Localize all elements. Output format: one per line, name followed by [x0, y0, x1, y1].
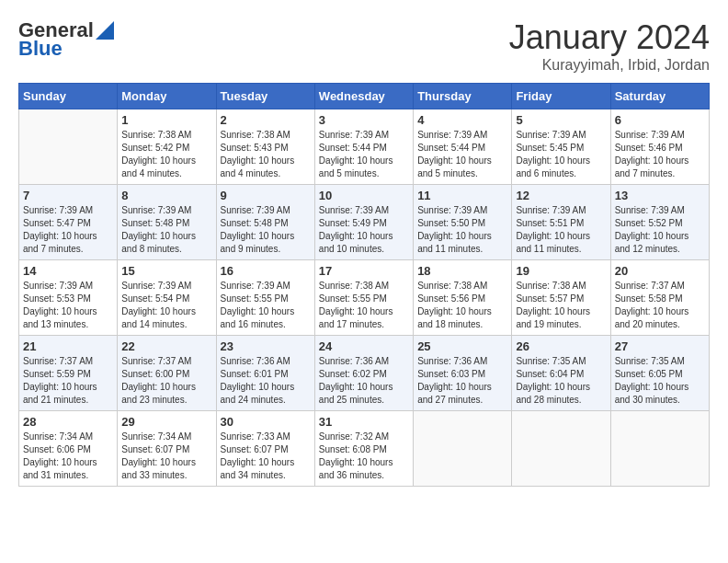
title-block: January 2024 Kurayyimah, Irbid, Jordan: [509, 18, 710, 74]
cell-date-number: 25: [417, 339, 507, 353]
cell-sun-info: Sunrise: 7:38 AM Sunset: 5:42 PM Dayligh…: [121, 129, 211, 180]
calendar-cell: 7Sunrise: 7:39 AM Sunset: 5:47 PM Daylig…: [19, 185, 118, 260]
weekday-header-thursday: Thursday: [414, 84, 512, 109]
weekday-header-row: SundayMondayTuesdayWednesdayThursdayFrid…: [19, 84, 710, 109]
calendar-cell: 13Sunrise: 7:39 AM Sunset: 5:52 PM Dayli…: [610, 185, 709, 260]
calendar-cell: 8Sunrise: 7:39 AM Sunset: 5:48 PM Daylig…: [118, 185, 216, 260]
calendar-cell: 3Sunrise: 7:39 AM Sunset: 5:44 PM Daylig…: [314, 109, 413, 185]
cell-sun-info: Sunrise: 7:35 AM Sunset: 6:05 PM Dayligh…: [615, 355, 705, 407]
cell-date-number: 19: [516, 264, 606, 278]
weekday-header-monday: Monday: [118, 84, 216, 109]
cell-date-number: 9: [221, 189, 311, 202]
cell-sun-info: Sunrise: 7:38 AM Sunset: 5:43 PM Dayligh…: [221, 129, 311, 180]
cell-date-number: 22: [121, 339, 211, 353]
calendar-cell: 28Sunrise: 7:34 AM Sunset: 6:06 PM Dayli…: [19, 411, 118, 487]
cell-sun-info: Sunrise: 7:35 AM Sunset: 6:04 PM Dayligh…: [516, 355, 606, 407]
svg-marker-0: [96, 21, 114, 40]
cell-sun-info: Sunrise: 7:33 AM Sunset: 6:07 PM Dayligh…: [221, 431, 311, 482]
cell-date-number: 16: [221, 264, 311, 278]
calendar-cell: 21Sunrise: 7:37 AM Sunset: 5:59 PM Dayli…: [19, 336, 118, 411]
cell-date-number: 14: [23, 264, 113, 278]
calendar-cell: 14Sunrise: 7:39 AM Sunset: 5:53 PM Dayli…: [19, 260, 118, 336]
cell-date-number: 11: [417, 189, 507, 202]
calendar-week-row: 7Sunrise: 7:39 AM Sunset: 5:47 PM Daylig…: [19, 185, 710, 260]
cell-date-number: 7: [23, 189, 113, 202]
cell-date-number: 15: [121, 264, 211, 278]
calendar-location: Kurayyimah, Irbid, Jordan: [509, 57, 710, 74]
calendar-cell: 2Sunrise: 7:38 AM Sunset: 5:43 PM Daylig…: [216, 109, 314, 185]
calendar-cell: 19Sunrise: 7:38 AM Sunset: 5:57 PM Dayli…: [512, 260, 610, 336]
cell-sun-info: Sunrise: 7:39 AM Sunset: 5:48 PM Dayligh…: [121, 204, 211, 256]
cell-sun-info: Sunrise: 7:37 AM Sunset: 5:59 PM Dayligh…: [23, 355, 113, 407]
cell-date-number: 10: [319, 189, 409, 202]
cell-sun-info: Sunrise: 7:39 AM Sunset: 5:48 PM Dayligh…: [221, 204, 311, 256]
cell-date-number: 30: [221, 415, 311, 429]
cell-date-number: 31: [319, 415, 409, 429]
calendar-cell: [19, 109, 118, 185]
cell-date-number: 2: [221, 113, 311, 127]
calendar-cell: 12Sunrise: 7:39 AM Sunset: 5:51 PM Dayli…: [512, 185, 610, 260]
calendar-cell: 11Sunrise: 7:39 AM Sunset: 5:50 PM Dayli…: [414, 185, 512, 260]
cell-date-number: 27: [615, 339, 705, 353]
cell-sun-info: Sunrise: 7:34 AM Sunset: 6:07 PM Dayligh…: [121, 431, 211, 482]
cell-sun-info: Sunrise: 7:39 AM Sunset: 5:47 PM Dayligh…: [23, 204, 113, 256]
cell-date-number: 23: [221, 339, 311, 353]
calendar-cell: 4Sunrise: 7:39 AM Sunset: 5:44 PM Daylig…: [414, 109, 512, 185]
calendar-cell: 17Sunrise: 7:38 AM Sunset: 5:55 PM Dayli…: [314, 260, 413, 336]
calendar-cell: 24Sunrise: 7:36 AM Sunset: 6:02 PM Dayli…: [314, 336, 413, 411]
calendar-title: January 2024: [509, 18, 710, 57]
calendar-cell: 30Sunrise: 7:33 AM Sunset: 6:07 PM Dayli…: [216, 411, 314, 487]
cell-date-number: 6: [615, 113, 705, 127]
logo: General Blue: [18, 18, 116, 61]
cell-sun-info: Sunrise: 7:36 AM Sunset: 6:03 PM Dayligh…: [417, 355, 507, 407]
logo-blue-text: Blue: [18, 37, 63, 61]
cell-date-number: 24: [319, 339, 409, 353]
calendar-cell: 15Sunrise: 7:39 AM Sunset: 5:54 PM Dayli…: [118, 260, 216, 336]
weekday-header-saturday: Saturday: [610, 84, 709, 109]
calendar-cell: 1Sunrise: 7:38 AM Sunset: 5:42 PM Daylig…: [118, 109, 216, 185]
calendar-week-row: 14Sunrise: 7:39 AM Sunset: 5:53 PM Dayli…: [19, 260, 710, 336]
cell-sun-info: Sunrise: 7:39 AM Sunset: 5:49 PM Dayligh…: [319, 204, 409, 256]
calendar-cell: 16Sunrise: 7:39 AM Sunset: 5:55 PM Dayli…: [216, 260, 314, 336]
weekday-header-tuesday: Tuesday: [216, 84, 314, 109]
cell-sun-info: Sunrise: 7:37 AM Sunset: 6:00 PM Dayligh…: [121, 355, 211, 407]
cell-sun-info: Sunrise: 7:39 AM Sunset: 5:44 PM Dayligh…: [417, 129, 507, 180]
cell-date-number: 29: [121, 415, 211, 429]
weekday-header-sunday: Sunday: [19, 84, 118, 109]
cell-date-number: 26: [516, 339, 606, 353]
cell-sun-info: Sunrise: 7:38 AM Sunset: 5:57 PM Dayligh…: [516, 280, 606, 331]
cell-date-number: 13: [615, 189, 705, 202]
weekday-header-wednesday: Wednesday: [314, 84, 413, 109]
calendar-cell: 31Sunrise: 7:32 AM Sunset: 6:08 PM Dayli…: [314, 411, 413, 487]
cell-sun-info: Sunrise: 7:32 AM Sunset: 6:08 PM Dayligh…: [319, 431, 409, 482]
cell-sun-info: Sunrise: 7:39 AM Sunset: 5:45 PM Dayligh…: [516, 129, 606, 180]
cell-date-number: 1: [121, 113, 211, 127]
calendar-cell: 18Sunrise: 7:38 AM Sunset: 5:56 PM Dayli…: [414, 260, 512, 336]
calendar-cell: 26Sunrise: 7:35 AM Sunset: 6:04 PM Dayli…: [512, 336, 610, 411]
logo-triangle-icon: [96, 21, 114, 40]
calendar-cell: 10Sunrise: 7:39 AM Sunset: 5:49 PM Dayli…: [314, 185, 413, 260]
cell-sun-info: Sunrise: 7:36 AM Sunset: 6:01 PM Dayligh…: [221, 355, 311, 407]
calendar-cell: 29Sunrise: 7:34 AM Sunset: 6:07 PM Dayli…: [118, 411, 216, 487]
calendar-week-row: 28Sunrise: 7:34 AM Sunset: 6:06 PM Dayli…: [19, 411, 710, 487]
cell-sun-info: Sunrise: 7:34 AM Sunset: 6:06 PM Dayligh…: [23, 431, 113, 482]
cell-sun-info: Sunrise: 7:39 AM Sunset: 5:52 PM Dayligh…: [615, 204, 705, 256]
cell-date-number: 20: [615, 264, 705, 278]
cell-sun-info: Sunrise: 7:39 AM Sunset: 5:46 PM Dayligh…: [615, 129, 705, 180]
calendar-cell: 23Sunrise: 7:36 AM Sunset: 6:01 PM Dayli…: [216, 336, 314, 411]
calendar-cell: [610, 411, 709, 487]
cell-date-number: 21: [23, 339, 113, 353]
calendar-cell: 25Sunrise: 7:36 AM Sunset: 6:03 PM Dayli…: [414, 336, 512, 411]
page-header: General Blue January 2024 Kurayyimah, Ir…: [18, 18, 710, 74]
cell-sun-info: Sunrise: 7:39 AM Sunset: 5:51 PM Dayligh…: [516, 204, 606, 256]
calendar-cell: 9Sunrise: 7:39 AM Sunset: 5:48 PM Daylig…: [216, 185, 314, 260]
calendar-cell: [414, 411, 512, 487]
cell-sun-info: Sunrise: 7:39 AM Sunset: 5:55 PM Dayligh…: [221, 280, 311, 331]
cell-sun-info: Sunrise: 7:39 AM Sunset: 5:50 PM Dayligh…: [417, 204, 507, 256]
calendar-week-row: 21Sunrise: 7:37 AM Sunset: 5:59 PM Dayli…: [19, 336, 710, 411]
calendar-table: SundayMondayTuesdayWednesdayThursdayFrid…: [18, 83, 710, 487]
cell-date-number: 28: [23, 415, 113, 429]
cell-date-number: 5: [516, 113, 606, 127]
calendar-cell: 6Sunrise: 7:39 AM Sunset: 5:46 PM Daylig…: [610, 109, 709, 185]
cell-sun-info: Sunrise: 7:36 AM Sunset: 6:02 PM Dayligh…: [319, 355, 409, 407]
